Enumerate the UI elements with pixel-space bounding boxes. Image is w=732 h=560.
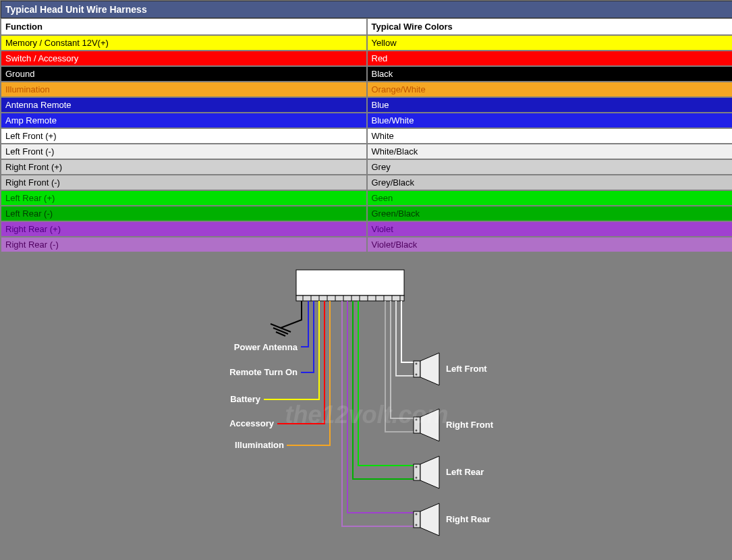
label-accessory: Accessory [229,418,275,428]
table-row: Switch / AccessoryRed [1,51,732,66]
ground-wire [281,301,302,328]
wire-lf-plus [401,301,414,362]
label-battery: Battery [230,394,261,404]
svg-point-18 [416,363,418,365]
table-row: Right Front (+)Grey [1,159,732,175]
table-row: Right Front (-)Grey/Black [1,175,732,190]
table-row: Antenna RemoteBlue [1,97,732,113]
connector-pins [296,296,404,301]
svg-point-31 [416,524,418,526]
label-remote: Remote Turn On [229,367,298,377]
table-row: Left Front (-)White/Black [1,144,732,159]
cell-color: Grey [367,159,733,175]
cell-color: Orange/White [367,82,733,97]
svg-marker-25 [420,456,439,488]
header-row: Function Typical Wire Colors [1,18,732,35]
label-power-antenna: Power Antenna [234,342,298,352]
cell-color: Black [367,66,733,82]
wire-rf-minus [385,301,414,432]
rows-container: Memory / Constant 12V(+)YellowSwitch / A… [1,35,732,252]
cell-color: Violet/Black [367,237,733,252]
cell-function: Memory / Constant 12V(+) [1,35,367,51]
svg-point-19 [416,374,418,376]
wire-rr-plus [347,301,414,513]
svg-marker-21 [420,409,439,441]
header-colors: Typical Wire Colors [367,18,733,35]
connector-body [296,270,404,296]
label-rr: Right Rear [446,514,490,524]
cell-function: Switch / Accessory [1,51,367,66]
svg-point-23 [416,430,418,432]
cell-function: Illumination [1,82,367,97]
svg-line-14 [273,328,288,334]
cell-color: White [367,128,733,144]
table-row: Right Rear (+)Violet [1,221,732,237]
label-rf: Right Front [446,420,494,430]
cell-color: Grey/Black [367,175,733,190]
cell-function: Ground [1,66,367,82]
table-row: Left Rear (-)Green/Black [1,206,732,221]
svg-point-30 [416,513,418,515]
cell-color: Blue/White [367,113,733,128]
cell-function: Antenna Remote [1,97,367,113]
speaker-icon-lf [414,353,439,385]
table-row: GroundBlack [1,66,732,82]
cell-color: Yellow [367,35,733,51]
cell-function: Amp Remote [1,113,367,128]
svg-point-27 [416,477,418,479]
wire-harness-table: Typical Head Unit Wire Harness Function … [0,0,732,560]
cell-function: Left Front (-) [1,144,367,159]
label-lf: Left Front [446,364,487,374]
svg-point-22 [416,419,418,421]
table-row: Right Rear (-)Violet/Black [1,237,732,252]
wiring-diagram: the12volt.com [1,252,732,560]
speaker-icon-lr [414,456,439,488]
table-row: Amp RemoteBlue/White [1,113,732,128]
cell-function: Left Rear (-) [1,206,367,221]
svg-marker-29 [420,503,439,536]
table-row: Left Front (+)White [1,128,732,144]
label-illumination: Illumination [235,440,284,450]
wire-remote [301,301,314,372]
cell-color: Red [367,51,733,66]
svg-point-26 [416,466,418,468]
label-lr: Left Rear [446,467,484,477]
cell-function: Right Front (-) [1,175,367,190]
cell-color: Blue [367,97,733,113]
table-row: Memory / Constant 12V(+)Yellow [1,35,732,51]
cell-color: Violet [367,221,733,237]
cell-function: Right Rear (-) [1,237,367,252]
wire-lr-minus [353,301,414,479]
cell-function: Left Front (+) [1,128,367,144]
table-row: IlluminationOrange/White [1,82,732,97]
svg-marker-17 [420,353,439,385]
table-row: Left Rear (+)Geen [1,190,732,206]
wire-lf-minus [396,301,414,376]
cell-color: White/Black [367,144,733,159]
speaker-icon-rr [414,503,439,536]
cell-function: Right Rear (+) [1,221,367,237]
cell-function: Left Rear (+) [1,190,367,206]
speaker-icon-rf [414,409,439,441]
cell-function: Right Front (+) [1,159,367,175]
cell-color: Green/Black [367,206,733,221]
cell-color: Geen [367,190,733,206]
diagram-svg: Power Antenna Remote Turn On Battery Acc… [1,252,732,560]
header-function: Function [1,18,367,35]
title-bar: Typical Head Unit Wire Harness [1,1,732,18]
